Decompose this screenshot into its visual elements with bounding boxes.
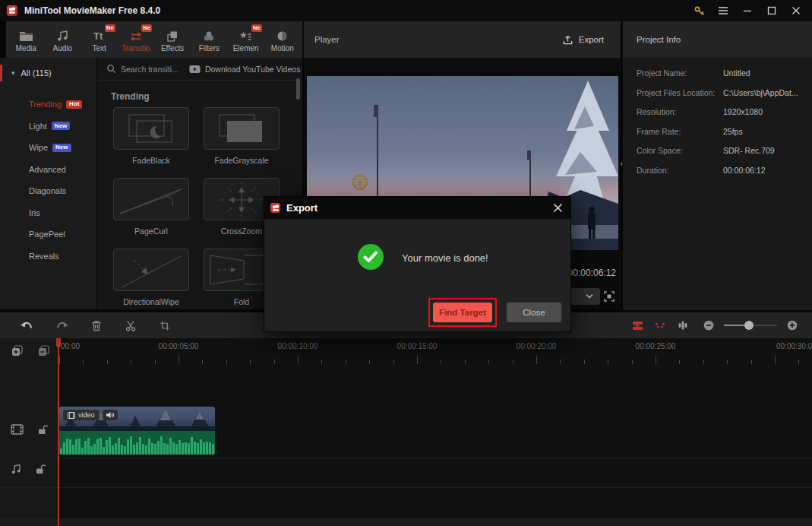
- zoom-out-button[interactable]: [701, 318, 716, 333]
- dialog-message: Your movie is done!: [402, 252, 488, 264]
- nav-label: Filters: [199, 44, 220, 52]
- export-button[interactable]: Export: [562, 34, 604, 46]
- playback-time: 00:00:06:12: [568, 268, 616, 278]
- ruler-label: 00:00:30:00: [776, 342, 812, 350]
- dialog-close-button[interactable]: Close: [507, 303, 561, 322]
- minimize-button[interactable]: [739, 3, 756, 18]
- nav-item-audio[interactable]: Audio: [45, 27, 80, 52]
- app-window: MiniTool MovieMaker Free 8.4.0 Media: [0, 0, 812, 526]
- player-header: Player Export: [304, 21, 621, 58]
- caret-down-icon: ▾: [11, 69, 15, 77]
- fullscreen-icon[interactable]: [603, 290, 615, 303]
- nav-item-media[interactable]: Media: [8, 27, 43, 52]
- collapse-panel-chevron-icon[interactable]: ›: [620, 155, 627, 172]
- chevron-down-icon: [585, 293, 594, 299]
- transition-card-pagecurl[interactable]: [113, 178, 189, 220]
- snap-icon[interactable]: [652, 318, 668, 333]
- nav-item-elements[interactable]: Ne Elemen: [229, 27, 264, 52]
- transition-name: FadeGrayscale: [204, 156, 280, 165]
- ruler-label: 00:00:15:00: [397, 342, 438, 350]
- ruler-label: 00:00:25:00: [636, 342, 676, 350]
- project-info-panel: Project Info Project Name:Untitled Proje…: [623, 21, 812, 310]
- download-youtube-button[interactable]: Download YouTube Videos: [189, 65, 301, 74]
- new-badge: New: [52, 144, 71, 152]
- hot-badge: Hot: [66, 100, 82, 109]
- delete-icon[interactable]: [89, 318, 104, 333]
- timeline-zoom-slider[interactable]: [724, 325, 777, 326]
- sidebar-all-label: All (115): [21, 68, 52, 78]
- fit-timeline-icon[interactable]: [630, 318, 645, 333]
- media-folder-icon: [19, 30, 33, 42]
- sidebar-item-pagepeel[interactable]: PagePeel: [0, 223, 96, 246]
- ruler-label: 00:00: [61, 342, 80, 350]
- audio-note-icon: [56, 30, 69, 42]
- dialog-close-icon[interactable]: [553, 203, 563, 213]
- sidebar-item-reveals[interactable]: Reveals: [0, 246, 96, 268]
- main-nav-toolbar: Media Audio Ne Tt Text Ne Transitio Effe…: [6, 21, 302, 58]
- scrollbar-thumb[interactable]: [296, 78, 300, 100]
- sidebar-item-trending[interactable]: TrendingHot: [0, 93, 96, 116]
- timeline-video-clip[interactable]: video: [59, 407, 215, 455]
- transition-card-fadeblack[interactable]: [113, 107, 189, 150]
- activate-key-icon[interactable]: [690, 3, 707, 18]
- music-track-icon: [11, 464, 21, 474]
- ruler-label: 00:00:20:00: [517, 342, 557, 350]
- title-bar: MiniTool MovieMaker Free 8.4.0: [0, 0, 812, 21]
- transition-card-fadegrayscale[interactable]: [204, 107, 280, 150]
- nav-label: Elemen: [233, 44, 259, 52]
- transitions-arrows-icon: [129, 30, 143, 42]
- maximize-button[interactable]: [763, 3, 780, 18]
- track-height-icon[interactable]: [675, 318, 690, 333]
- search-icon: [106, 64, 116, 74]
- nav-item-text[interactable]: Ne Tt Text: [82, 27, 117, 52]
- transition-name: DirectionalWipe: [113, 297, 189, 306]
- find-target-button[interactable]: Find Target: [433, 303, 492, 322]
- nav-item-effects[interactable]: Effects: [155, 27, 190, 52]
- effects-icon: [166, 30, 179, 42]
- search-input[interactable]: Search transiti...: [106, 64, 179, 74]
- motion-icon: [276, 30, 288, 42]
- close-window-button[interactable]: [788, 3, 804, 18]
- app-logo-icon: [7, 5, 17, 16]
- ruler-label: 00:00:10:00: [278, 342, 318, 350]
- dialog-title: Export: [286, 202, 318, 214]
- sidebar-item-iris[interactable]: Iris: [0, 202, 96, 224]
- transition-card-directionalwipe[interactable]: [113, 249, 189, 291]
- menu-icon[interactable]: [715, 3, 731, 18]
- timeline-scrollbar-track[interactable]: [0, 518, 812, 526]
- info-row-color-space: Color Space:SDR- Rec.709: [637, 146, 812, 155]
- sidebar-item-advanced[interactable]: Advanced: [0, 159, 96, 181]
- sidebar-item-wipe[interactable]: WipeNew: [0, 137, 96, 159]
- filters-icon: [203, 30, 215, 42]
- nav-item-transitions[interactable]: Ne Transitio: [118, 27, 153, 52]
- upload-icon: [562, 34, 573, 46]
- new-badge: New: [52, 122, 70, 130]
- video-track-icon: [11, 424, 24, 435]
- zoom-in-button[interactable]: [785, 318, 800, 333]
- crop-icon[interactable]: [157, 318, 172, 333]
- clip-audio-waveform: [59, 431, 215, 455]
- undo-button[interactable]: [18, 318, 33, 333]
- sidebar-item-light[interactable]: LightNew: [0, 116, 96, 138]
- sidebar-item-all[interactable]: ▾ All (115): [0, 63, 96, 83]
- dialog-title-bar: Export: [264, 197, 570, 219]
- redo-button[interactable]: [55, 318, 70, 333]
- timeline-ruler[interactable]: 00:00 00:00:05:00 00:00:10:00 00:00:15:0…: [0, 338, 812, 366]
- video-track-lock-icon[interactable]: [37, 424, 48, 435]
- nav-item-filters[interactable]: Filters: [191, 27, 226, 52]
- nav-label: Media: [16, 44, 36, 52]
- new-badge: Ne: [141, 24, 152, 32]
- success-check-icon: [358, 244, 384, 270]
- export-dialog: Export Your movie is done! Find Target C…: [264, 196, 571, 332]
- text-icon: Tt: [93, 30, 106, 42]
- nav-label: Motion: [271, 44, 294, 52]
- playhead[interactable]: [58, 338, 59, 526]
- sidebar-item-diagonals[interactable]: Diagonals: [0, 180, 96, 202]
- slider-handle[interactable]: [744, 321, 754, 330]
- transitions-category-sidebar: ▾ All (115) TrendingHot LightNew WipeNew…: [0, 58, 96, 309]
- nav-item-motion[interactable]: Motion: [265, 27, 300, 52]
- film-icon: [68, 412, 75, 419]
- music-track-lock-icon[interactable]: [35, 464, 46, 474]
- svg-text:Tt: Tt: [93, 30, 103, 42]
- split-scissors-icon[interactable]: [123, 318, 138, 333]
